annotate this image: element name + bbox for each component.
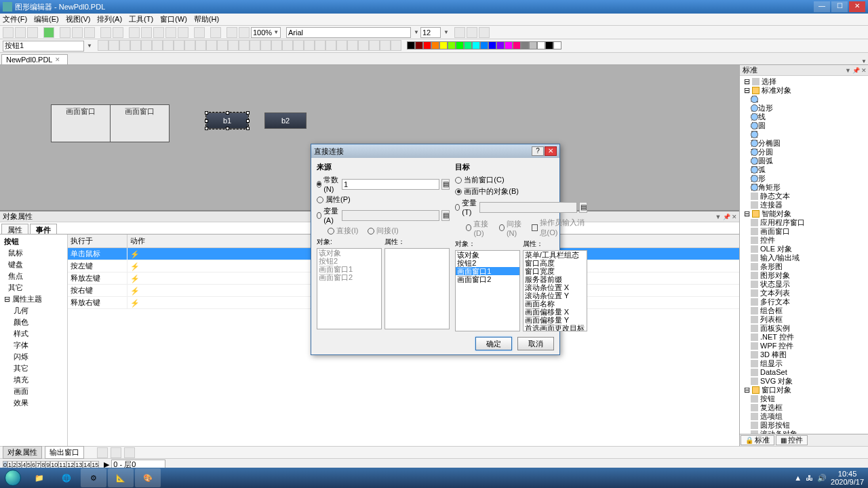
list-item[interactable]: 画面窗口1 (456, 267, 519, 275)
rp-close-icon[interactable]: ✕ (861, 67, 867, 74)
list-item[interactable]: 画面窗口2 (456, 275, 519, 283)
tool-icon-6[interactable] (163, 40, 174, 51)
foot-tab-props[interactable]: 对象属性 (3, 446, 42, 459)
list-item[interactable]: 画面偏移量 Y (524, 316, 587, 324)
var-browse-button[interactable]: ▤ (441, 210, 450, 221)
color-swatch-6[interactable] (456, 41, 464, 49)
tool-icon-15[interactable] (260, 40, 271, 51)
toolbox-item[interactable]: 控件 (741, 236, 867, 245)
start-button[interactable] (0, 468, 26, 488)
bold-icon[interactable] (454, 27, 465, 38)
tool-icon-21[interactable] (326, 40, 336, 51)
taskbar[interactable]: 📁 🌐 ⚙ 📐 🎨 ▲ 🖧 🔊 10:452020/9/17 (0, 468, 868, 488)
list-item[interactable]: 首选画面更改目标 (524, 324, 587, 331)
snap-icon[interactable] (141, 27, 152, 38)
tool-icon-2[interactable] (119, 40, 130, 51)
minimize-button[interactable]: — (814, 1, 830, 12)
rp-drop-icon[interactable]: ▼ (845, 67, 851, 74)
refresh-icon[interactable] (194, 27, 205, 38)
tree-other[interactable]: 其它 (1, 282, 66, 293)
lock-icon[interactable] (178, 27, 189, 38)
tool-icon-17[interactable] (282, 40, 293, 51)
shape-button-b1[interactable]: b1 (206, 113, 248, 129)
color-icon[interactable] (467, 27, 477, 38)
tool-icon-13[interactable] (239, 40, 250, 51)
color-swatch-12[interactable] (505, 41, 513, 49)
tree-pic[interactable]: 画面 (1, 386, 66, 397)
tool-icon-19[interactable] (304, 40, 315, 51)
run-icon[interactable] (43, 27, 54, 38)
tool-icon-1[interactable] (108, 40, 119, 51)
const-input[interactable] (342, 179, 439, 190)
tool-icon-14[interactable] (250, 40, 260, 51)
tree-fill[interactable]: 填充 (1, 374, 66, 386)
rp-tab-standard[interactable]: 🔒标准 (741, 435, 774, 445)
toolbox-item[interactable]: 3D 棒图 (741, 350, 867, 359)
toolbox-item[interactable]: SVG 对象 (741, 377, 867, 386)
var-input-t[interactable] (479, 202, 577, 213)
toolbox-item[interactable]: 部分圆 (741, 148, 867, 157)
tabs-dropdown-icon[interactable]: ▼ (861, 58, 867, 64)
prop-pin-icon[interactable]: ▼ (715, 214, 722, 220)
tool-icon-23[interactable] (347, 40, 358, 51)
menu-file[interactable]: 文件(F) (3, 14, 27, 24)
color-swatch-14[interactable] (521, 41, 529, 49)
menu-tools[interactable]: 工具(T) (129, 14, 153, 24)
list-item[interactable]: 菜单/工具栏组态 (524, 251, 587, 259)
tree-prop-topic[interactable]: ⊟ 属性主题 (1, 293, 66, 305)
dialog-close-button[interactable]: ✕ (545, 146, 557, 156)
color-swatch-15[interactable] (529, 41, 537, 49)
tool-icon-16[interactable] (271, 40, 282, 51)
color-swatch-2[interactable] (423, 41, 431, 49)
tool-icon-22[interactable] (336, 40, 347, 51)
list-item[interactable]: 画面窗口2 (317, 273, 381, 281)
cut-icon[interactable] (60, 27, 71, 38)
toolbox-item[interactable]: 圆角矩形 (741, 183, 867, 192)
system-tray[interactable]: ▲ 🖧 🔊 10:452020/9/17 (790, 470, 868, 486)
target-props-list[interactable]: 菜单/工具栏组态窗口高度窗口宽度服务器前缀滚动条位置 X滚动条位置 Y画面名称画… (523, 250, 588, 331)
tree-blink[interactable]: 闪烁 (1, 351, 66, 363)
toolbox-item[interactable]: 画面窗口 (741, 227, 867, 236)
var-browse-button-t[interactable]: ▤ (579, 202, 587, 213)
foot-icon-2[interactable] (111, 447, 121, 458)
prop-tree[interactable]: 按钮 鼠标 键盘 焦点 其它 ⊟ 属性主题 几何 颜色 样式 字体 闪烁 其它 … (0, 235, 68, 446)
rp-tab-controls[interactable]: ▦控件 (776, 435, 808, 445)
toolbox-item[interactable]: 部分椭圆 (741, 139, 867, 148)
radio-var-t[interactable] (455, 204, 460, 211)
save-icon[interactable] (27, 27, 38, 38)
list-item[interactable]: 滚动条位置 Y (524, 291, 587, 300)
color-swatch-13[interactable] (513, 41, 521, 49)
grid-icon[interactable] (129, 27, 140, 38)
maximize-button[interactable]: ☐ (831, 1, 848, 12)
color-swatch-10[interactable] (488, 41, 496, 49)
foot-icon-1[interactable] (97, 447, 108, 458)
toolbox-item[interactable]: 条形图 (741, 262, 867, 271)
toolbox-item[interactable]: ⊟ 标准对象 (741, 86, 867, 95)
tree-other2[interactable]: 其它 (1, 363, 66, 374)
color-swatch-7[interactable] (464, 41, 472, 49)
tool-icon-0[interactable] (98, 40, 108, 51)
document-tab[interactable]: NewPdl0.PDL ✕ (1, 54, 68, 64)
zoomout-icon[interactable] (239, 27, 250, 38)
paste-icon[interactable] (84, 27, 95, 38)
menu-view[interactable]: 视图(V) (66, 14, 91, 24)
prop-close-icon[interactable]: ✕ (731, 214, 738, 220)
list-item[interactable]: 按钮2 (456, 259, 519, 267)
rp-pin-icon[interactable]: 📌 (852, 67, 860, 74)
menu-help[interactable]: 帮助(H) (194, 14, 219, 24)
list-item[interactable]: 画面窗口1 (317, 265, 381, 273)
copy-icon[interactable] (72, 27, 83, 38)
taskbar-chrome[interactable]: 🌐 (54, 468, 79, 487)
taskbar-app1[interactable]: ⚙ (81, 468, 106, 487)
tree-mouse[interactable]: 鼠标 (1, 247, 66, 259)
tool-icon-10[interactable] (206, 40, 217, 51)
guides-icon[interactable] (165, 27, 176, 38)
tool-icon-25[interactable] (369, 40, 380, 51)
color-swatch-4[interactable] (439, 41, 448, 49)
list-item[interactable]: 该对象 (456, 251, 519, 259)
radio-prop[interactable] (317, 197, 323, 203)
close-button[interactable]: ✕ (849, 1, 865, 12)
toolbox-item[interactable]: 线 (741, 95, 867, 104)
color-swatch-18[interactable] (553, 41, 561, 49)
dialog-help-button[interactable]: ? (532, 146, 544, 156)
